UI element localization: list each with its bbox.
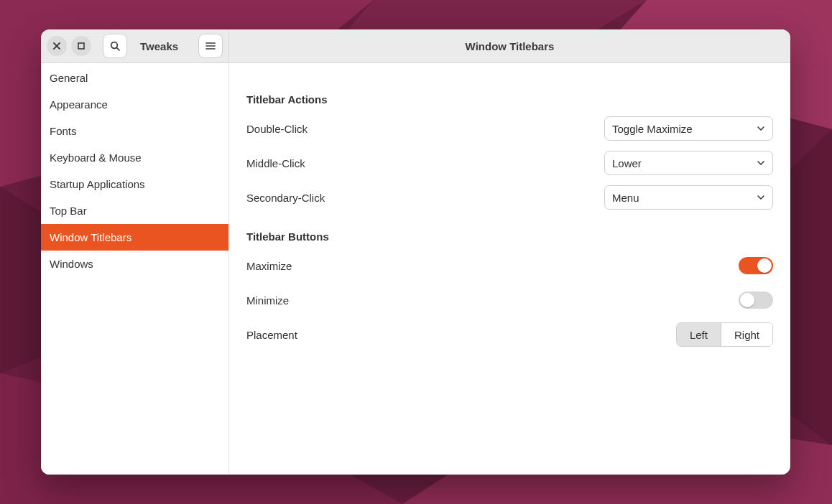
sidebar: General Appearance Fonts Keyboard & Mous…: [41, 63, 229, 475]
close-icon: [52, 42, 61, 50]
dropdown-middle-click[interactable]: Lower: [604, 151, 773, 175]
sidebar-item-label: Appearance: [50, 98, 108, 111]
sidebar-item-appearance[interactable]: Appearance: [41, 91, 228, 118]
search-icon: [109, 40, 121, 52]
sidebar-item-top-bar[interactable]: Top Bar: [41, 197, 228, 224]
dropdown-value: Toggle Maximize: [612, 123, 693, 135]
row-label: Double-Click: [246, 123, 308, 135]
sidebar-item-keyboard-mouse[interactable]: Keyboard & Mouse: [41, 144, 228, 171]
app-title: Tweaks: [140, 40, 178, 52]
headerbar-right: Window Titlebars: [229, 29, 790, 62]
sidebar-item-label: Window Titlebars: [50, 231, 131, 243]
sidebar-item-windows[interactable]: Windows: [41, 251, 228, 277]
switch-knob: [740, 293, 754, 307]
sidebar-item-general[interactable]: General: [41, 65, 228, 91]
tweaks-window: Tweaks Window Titlebars General Appearan…: [41, 29, 790, 475]
switch-minimize[interactable]: [739, 291, 773, 309]
segmented-option-right[interactable]: Right: [721, 323, 772, 346]
row-label: Middle-Click: [246, 157, 305, 169]
sidebar-item-window-titlebars[interactable]: Window Titlebars: [41, 224, 228, 251]
row-middle-click: Middle-Click Lower: [246, 146, 773, 180]
hamburger-icon: [205, 40, 216, 52]
window-maximize-button[interactable]: [71, 36, 91, 56]
search-button[interactable]: [103, 34, 127, 58]
dropdown-double-click[interactable]: Toggle Maximize: [604, 116, 773, 141]
section-title-actions: Titlebar Actions: [246, 93, 773, 106]
row-placement: Placement Left Right: [246, 317, 773, 352]
sidebar-item-label: Top Bar: [50, 205, 87, 217]
sidebar-item-startup-applications[interactable]: Startup Applications: [41, 171, 228, 197]
sidebar-item-label: Startup Applications: [50, 178, 145, 190]
segmented-option-label: Left: [690, 329, 708, 341]
segmented-option-left[interactable]: Left: [677, 323, 721, 346]
row-label: Secondary-Click: [246, 192, 325, 204]
dropdown-value: Lower: [612, 157, 642, 169]
headerbar-left: Tweaks: [41, 29, 229, 62]
dropdown-value: Menu: [612, 192, 639, 204]
section-title-buttons: Titlebar Buttons: [246, 230, 773, 243]
segmented-option-label: Right: [734, 329, 759, 341]
sidebar-item-label: Windows: [50, 258, 93, 270]
content-pane: Titlebar Actions Double-Click Toggle Max…: [229, 63, 790, 475]
segmented-placement: Left Right: [676, 322, 773, 347]
headerbar: Tweaks Window Titlebars: [41, 29, 790, 63]
sidebar-item-label: General: [50, 72, 88, 84]
row-double-click: Double-Click Toggle Maximize: [246, 111, 773, 146]
row-label: Minimize: [246, 294, 289, 307]
row-label: Maximize: [246, 260, 292, 272]
row-maximize: Maximize: [246, 248, 773, 283]
sidebar-item-label: Keyboard & Mouse: [50, 151, 142, 164]
chevron-down-icon: [757, 159, 765, 167]
row-secondary-click: Secondary-Click Menu: [246, 180, 773, 215]
window-body: General Appearance Fonts Keyboard & Mous…: [41, 63, 790, 475]
svg-rect-9: [78, 43, 84, 49]
chevron-down-icon: [757, 193, 765, 202]
row-minimize: Minimize: [246, 283, 773, 317]
maximize-icon: [77, 42, 85, 50]
row-label: Placement: [246, 329, 297, 341]
window-close-button[interactable]: [47, 36, 67, 56]
sidebar-item-fonts[interactable]: Fonts: [41, 118, 228, 144]
dropdown-secondary-click[interactable]: Menu: [604, 185, 773, 210]
switch-knob: [757, 258, 772, 273]
chevron-down-icon: [757, 124, 765, 133]
sidebar-item-label: Fonts: [50, 125, 77, 137]
page-title: Window Titlebars: [466, 40, 555, 52]
hamburger-menu-button[interactable]: [198, 34, 223, 58]
switch-maximize[interactable]: [739, 257, 773, 274]
